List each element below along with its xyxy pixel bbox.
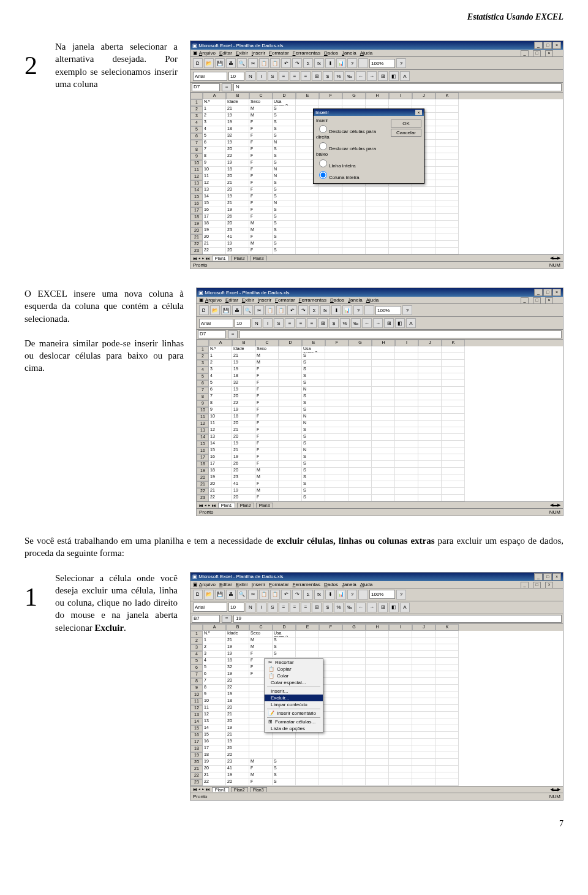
zoom-input[interactable] (369, 59, 395, 68)
cell[interactable] (325, 387, 349, 394)
cell[interactable] (442, 427, 465, 434)
format-button[interactable]: ◧ (389, 603, 399, 612)
cell[interactable] (412, 759, 435, 766)
sheet-tab[interactable]: Plan3 (250, 787, 267, 792)
row-header[interactable]: 5 (190, 126, 203, 133)
cell[interactable]: F (255, 454, 279, 461)
cell[interactable]: 20 (226, 705, 249, 712)
cell[interactable] (366, 691, 389, 698)
cell[interactable]: S (302, 481, 325, 488)
cell[interactable] (325, 448, 349, 454)
standard-toolbar[interactable]: 🗋📂💾🖶🔍✂📋📋↶↷Σfx⬇📊?? (190, 588, 563, 601)
row-header[interactable]: 17 (197, 454, 209, 461)
column-headers[interactable]: ABCDEFGHIJK (203, 93, 563, 99)
sheet-tab[interactable]: Plan1 (218, 503, 235, 508)
cell[interactable] (342, 718, 366, 725)
table-row[interactable]: 1221 (203, 712, 563, 718)
format-button[interactable]: ◧ (395, 318, 405, 328)
cell[interactable] (442, 474, 465, 481)
worksheet[interactable]: 1234567891011121314151617181920212223ABC… (190, 624, 563, 786)
cell[interactable] (349, 346, 372, 353)
standard-toolbar[interactable]: 🗋📂💾🖶🔍✂📋📋↶↷Σfx⬇📊?? (190, 57, 563, 70)
cell[interactable] (442, 448, 465, 454)
cell[interactable] (389, 779, 412, 786)
cell[interactable]: 19 (226, 739, 249, 745)
cell[interactable] (296, 631, 319, 638)
cell[interactable]: M (249, 644, 273, 651)
cell[interactable]: 19 (226, 194, 249, 200)
row-header[interactable]: 23 (190, 248, 203, 254)
maximize-icon[interactable]: □ (543, 42, 552, 49)
cell[interactable] (296, 752, 319, 759)
cell[interactable]: 7 (209, 394, 232, 400)
cell[interactable] (389, 187, 412, 194)
fx-button[interactable]: = (222, 83, 232, 91)
name-box[interactable]: B7 (192, 615, 220, 623)
cell[interactable] (395, 441, 418, 448)
cell[interactable] (435, 207, 459, 214)
format-button[interactable]: ⊞ (312, 71, 322, 81)
cancel-button[interactable]: Cancelar (391, 129, 421, 137)
cell[interactable] (349, 394, 372, 400)
row-header[interactable]: 6 (197, 380, 209, 387)
cell[interactable]: F (249, 173, 273, 180)
cell[interactable] (418, 474, 442, 481)
cell[interactable] (325, 407, 349, 414)
cell[interactable] (366, 651, 389, 658)
cell[interactable] (412, 671, 435, 678)
cell[interactable] (279, 407, 302, 414)
cell[interactable] (366, 227, 389, 234)
table-row[interactable]: 1221FS (209, 427, 563, 434)
row-header[interactable]: 6 (190, 665, 203, 671)
cell[interactable]: F (249, 207, 273, 214)
cell[interactable] (296, 644, 319, 651)
cell[interactable]: 3 (203, 120, 226, 126)
row-header[interactable]: 14 (190, 718, 203, 725)
cell[interactable] (279, 448, 302, 454)
toolbar-button[interactable]: ↶ (287, 305, 297, 315)
cell[interactable]: S (273, 153, 296, 160)
cell[interactable] (325, 346, 349, 353)
cell[interactable]: 22 (226, 685, 249, 691)
maximize-icon[interactable]: □ (543, 573, 552, 581)
cell[interactable] (412, 772, 435, 779)
fx-button[interactable]: = (228, 330, 238, 338)
cell[interactable]: 20 (232, 394, 255, 400)
cell[interactable]: S (302, 407, 325, 414)
cell[interactable] (279, 373, 302, 380)
cell[interactable] (418, 360, 442, 367)
cell[interactable] (389, 248, 412, 254)
cell[interactable] (273, 739, 296, 745)
toolbar-button[interactable]: 🗋 (193, 590, 203, 600)
cell[interactable] (319, 234, 342, 241)
cell[interactable]: 3 (209, 367, 232, 373)
cell[interactable]: S (302, 394, 325, 400)
cell[interactable] (349, 434, 372, 441)
cell[interactable] (366, 779, 389, 786)
cell[interactable] (389, 759, 412, 766)
cell[interactable] (395, 448, 418, 454)
row-header[interactable]: 1 (190, 631, 203, 638)
cell[interactable] (395, 346, 418, 353)
context-menu[interactable]: ✂Recortar📋Copiar📋ColarColar especial...I… (264, 658, 323, 733)
column-header[interactable]: E (296, 93, 319, 99)
toolbar-button[interactable]: ⬇ (325, 590, 335, 600)
cell[interactable] (372, 380, 395, 387)
cell[interactable] (366, 194, 389, 200)
cell[interactable]: 16 (203, 739, 226, 745)
cell[interactable] (342, 739, 366, 745)
cell[interactable]: 21 (232, 353, 255, 360)
row-header[interactable]: 22 (197, 488, 209, 495)
cell[interactable] (412, 234, 435, 241)
cell[interactable] (435, 732, 459, 739)
cell[interactable] (435, 140, 459, 147)
format-button[interactable]: ‰ (351, 318, 361, 328)
cell[interactable] (342, 698, 366, 705)
cell[interactable]: F (249, 248, 273, 254)
row-header[interactable]: 20 (190, 759, 203, 766)
toolbar-button[interactable]: ↷ (292, 590, 302, 600)
font-name[interactable] (193, 603, 227, 612)
format-button[interactable]: ≡ (279, 71, 288, 81)
cell[interactable] (435, 752, 459, 759)
row-header[interactable]: 20 (197, 474, 209, 481)
